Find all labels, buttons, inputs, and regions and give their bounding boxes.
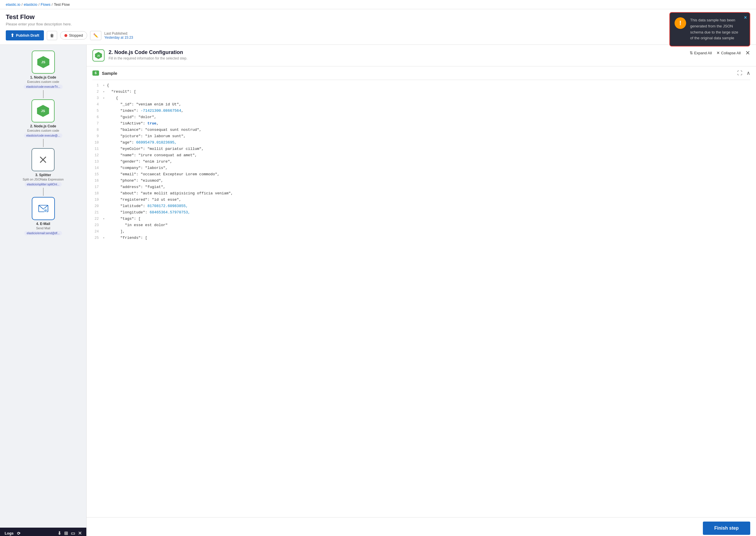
- close-logs-icon[interactable]: ✕: [78, 530, 82, 536]
- svg-text:@: @: [44, 209, 47, 212]
- flow-node-2[interactable]: JS 2. Node.js Code Executes custom code …: [24, 99, 62, 138]
- code-line: 15 "email": "occaecat Excepteur Lorem co…: [92, 171, 750, 178]
- copy-logs-icon[interactable]: ⊞: [64, 530, 68, 536]
- node-2-sublabel: Executes custom code: [27, 129, 59, 132]
- svg-text:JS: JS: [97, 54, 100, 57]
- stopped-button[interactable]: Stopped: [60, 31, 87, 40]
- code-line: 12 "name": "irure consequat ad amet",: [92, 152, 750, 158]
- breadcrumb-org[interactable]: elastic.io: [6, 2, 20, 7]
- code-line: 13 "gender": "enim irure",: [92, 158, 750, 165]
- node-2-tag: elasticio/code:execute@...: [24, 133, 62, 138]
- logs-label: Logs: [5, 531, 14, 535]
- code-line: 23 "in esse est dolor": [92, 222, 750, 228]
- node-1-tag: elasticio/code:executeTri...: [24, 84, 62, 89]
- breadcrumb: elastic.io / elasticio / Flows / Test Fl…: [0, 0, 756, 9]
- svg-text:JS: JS: [41, 60, 45, 64]
- panel-nodejs-icon: JS: [94, 51, 103, 59]
- collapse-all-button[interactable]: ✕ Collapse All: [716, 50, 741, 55]
- node-3-sublabel: Split on JSONata Expression: [23, 178, 64, 181]
- stopped-dot: [64, 34, 67, 37]
- sample-badge: 6: [92, 71, 99, 76]
- page-description: Please enter your flow description here.: [6, 22, 750, 26]
- delete-button[interactable]: 🗑: [47, 31, 57, 40]
- code-line: 21 "longitude": 68465364.57970753,: [92, 209, 750, 216]
- panel-close-button[interactable]: ✕: [745, 50, 750, 56]
- code-line: 20 "latitude": 81708172.60983855,: [92, 203, 750, 209]
- upload-icon: ⬆: [11, 33, 14, 38]
- sample-title: Sample: [102, 71, 117, 76]
- breadcrumb-current: Test Flow: [54, 2, 70, 7]
- last-published-label: Last Published:: [104, 31, 133, 36]
- publish-draft-button[interactable]: ⬆ Publish Draft: [6, 30, 44, 40]
- fullscreen-button[interactable]: ⛶: [737, 70, 742, 76]
- code-line: 2▾ "result": [: [92, 89, 750, 95]
- last-published-time: Yesterday at 15:23: [104, 36, 133, 40]
- flow-node-1[interactable]: JS 1. Node.js Code Executes custom code …: [24, 50, 62, 89]
- toast-close-button[interactable]: ×: [744, 15, 747, 20]
- code-line: 24 ],: [92, 228, 750, 235]
- code-line: 3▾ {: [92, 95, 750, 101]
- flow-node-3[interactable]: 3. Splitter Split on JSONata Expression …: [23, 148, 64, 186]
- nodejs-2-icon: JS: [36, 104, 50, 118]
- logs-bar: Logs ⟳ ⬇ ⊞ ▭ ✕: [0, 528, 86, 536]
- finish-bar: Finish step: [87, 517, 756, 536]
- code-line: 10 "age": 66995479.01023695,: [92, 140, 750, 146]
- splitter-icon: [37, 154, 49, 165]
- code-line: 16 "phone": "eiusmod",: [92, 178, 750, 184]
- code-line: 11 "eyeColor": "mollit pariatur cillum",: [92, 146, 750, 152]
- nodejs-icon: JS: [36, 55, 50, 69]
- panel-subtitle: Fill in the required information for the…: [109, 56, 685, 60]
- svg-text:JS: JS: [41, 109, 45, 113]
- breadcrumb-space[interactable]: elasticio: [24, 2, 37, 7]
- code-line: 14 "company": "laboris",: [92, 165, 750, 171]
- code-line: 19 "registered": "id ut esse",: [92, 197, 750, 203]
- code-line: 9 "picture": "in laborum sunt",: [92, 133, 750, 140]
- node-4-sublabel: Send Mail: [36, 226, 50, 230]
- code-line: 5 "index": -71421300.08667564,: [92, 108, 750, 114]
- code-line: 25▾ "friends": [: [92, 235, 750, 241]
- code-line: 22▾ "tags": [: [92, 216, 750, 222]
- expand-all-icon: ⇅: [690, 50, 693, 55]
- collapse-sample-button[interactable]: ∧: [746, 70, 750, 76]
- page-title: Test Flow: [6, 13, 750, 21]
- node-3-label: 3. Splitter: [35, 173, 51, 177]
- code-line: 17 "address": "fugiat",: [92, 184, 750, 190]
- panel-title: 2. Node.js Code Configuration: [109, 50, 685, 55]
- content-panel: JS 2. Node.js Code Configuration Fill in…: [87, 45, 756, 536]
- code-line: 8 "balance": "consequat sunt nostrud",: [92, 127, 750, 133]
- email-icon: @: [38, 203, 49, 214]
- code-line: 7 "isActive": true,: [92, 120, 750, 127]
- code-editor: 1▾{2▾ "result": [3▾ {4 "_id": "veniam en…: [87, 80, 756, 517]
- node-1-sublabel: Executes custom code: [27, 80, 59, 84]
- code-line: 4 "_id": "veniam enim id Ut",: [92, 101, 750, 108]
- node-4-label: 4. E-Mail: [36, 222, 50, 226]
- node-1-label: 1. Node.js Code: [30, 75, 56, 80]
- download-logs-icon[interactable]: ⬇: [57, 530, 61, 536]
- sidebar: JS 1. Node.js Code Executes custom code …: [0, 45, 87, 536]
- breadcrumb-flows[interactable]: Flows: [41, 2, 50, 7]
- code-line: 18 "about": "aute mollit adipisicing off…: [92, 190, 750, 197]
- code-line: 6 "guid": "dolor",: [92, 114, 750, 120]
- finish-step-button[interactable]: Finish step: [703, 521, 750, 535]
- toast-message: This data sample has been generated from…: [690, 17, 739, 41]
- toast-warning-icon: !: [674, 17, 686, 29]
- edit-button[interactable]: ✏️: [90, 31, 101, 40]
- node-4-tag: elasticio/email:send@df...: [24, 231, 62, 235]
- code-line: 1▾{: [92, 82, 750, 89]
- node-3-tag: elasticio/splitter:splitOnl...: [24, 182, 62, 186]
- logs-spinner: ⟳: [17, 531, 20, 536]
- node-2-label: 2. Node.js Code: [30, 124, 56, 128]
- toast-notification: ! This data sample has been generated fr…: [669, 12, 750, 47]
- flow-node-4[interactable]: @ 4. E-Mail Send Mail elasticio/email:se…: [24, 197, 62, 235]
- panel-header-icon: JS: [92, 50, 105, 61]
- expand-all-button[interactable]: ⇅ Expand All: [690, 50, 712, 55]
- window-logs-icon[interactable]: ▭: [71, 530, 75, 536]
- collapse-all-icon: ✕: [716, 50, 720, 55]
